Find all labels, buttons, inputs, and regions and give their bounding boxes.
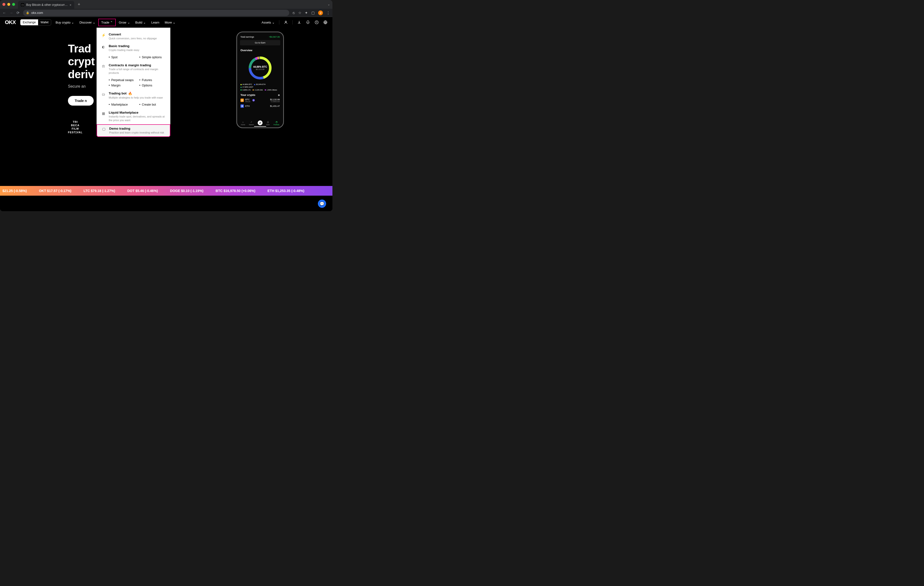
market-icon: ✓ <box>250 121 253 123</box>
window-maximize[interactable] <box>12 3 15 6</box>
dropdown-trading-bot[interactable]: 🗂 Trading bot 🔥 Multiple strategies to h… <box>97 89 170 101</box>
overview-title: Overview <box>239 48 281 53</box>
browser-tab[interactable]: ⬚ Buy Bitcoin & other cryptocurr… × <box>18 1 74 9</box>
mode-toggle: Exchange Wallet <box>20 19 51 25</box>
tabs-overflow-icon[interactable]: ⌄ <box>328 3 330 6</box>
dropdown-basic-trading[interactable]: ◐ Basic trading Crypto trading made easy <box>97 42 170 54</box>
scan-icon[interactable]: ⌾ <box>278 93 280 96</box>
share-icon[interactable]: ⎋ <box>293 11 295 15</box>
chevron-down-icon: ⌄ <box>143 21 146 24</box>
toggle-exchange[interactable]: Exchange <box>20 20 38 25</box>
url-field[interactable]: 🔒 okx.com <box>23 10 289 16</box>
ticker-item[interactable]: BTC $16,978.50 (+0.06%) <box>216 189 256 193</box>
lock-icon: 🔒 <box>26 11 30 14</box>
dropdown-perpetual-swaps[interactable]: Perpetual swaps <box>109 78 135 82</box>
ticker-item[interactable]: OKT $17.57 (-0.17%) <box>39 189 71 193</box>
earn-icon: ◎ <box>266 121 269 123</box>
ticker-item[interactable]: ETH $1,253.35 (-0.48%) <box>267 189 304 193</box>
panel-icon[interactable]: ▢ <box>311 11 315 15</box>
divider <box>279 20 279 25</box>
dropdown-marketplace[interactable]: Marketplace <box>109 103 135 106</box>
ticker-item[interactable]: $21.25 (-0.58%) <box>2 189 27 193</box>
nav-assets[interactable]: Assets ⌄ <box>262 21 275 24</box>
eth-icon: ◆ <box>241 104 244 108</box>
dropdown-futures[interactable]: Futures <box>139 78 166 82</box>
bell-icon[interactable] <box>306 20 310 25</box>
chevron-up-icon: ⌃ <box>110 21 113 24</box>
dropdown-margin[interactable]: Margin <box>109 84 135 87</box>
dropdown-options[interactable]: Options <box>139 84 166 87</box>
chevron-down-icon: ⌄ <box>71 21 74 24</box>
coin-row-btc[interactable]: ₿ BTC Bitcoin 1 $2,132.89 0.10062226 <box>239 97 281 103</box>
chat-button[interactable]: 💬 <box>318 200 326 208</box>
phone-nav-home[interactable]: ⌂Home <box>241 121 245 126</box>
convert-icon: ⚡ <box>101 33 106 38</box>
dropdown-create-bot[interactable]: Create bot <box>139 103 166 106</box>
profile-avatar[interactable]: J <box>318 10 323 15</box>
phone-mockup: Total earnings +$4,567.00 Go to Earn Ove… <box>236 31 284 128</box>
fire-icon: 🔥 <box>128 91 132 95</box>
earnings-value: +$4,567.00 <box>269 36 280 38</box>
trade-now-button[interactable]: Trade n <box>68 96 94 106</box>
window-close[interactable] <box>2 3 5 6</box>
browser-titlebar: ⬚ Buy Bitcoin & other cryptocurr… × + ⌄ <box>0 0 332 9</box>
ticker-item[interactable]: DOT $5.46 (-0.46%) <box>127 189 158 193</box>
demo-icon: 🖵 <box>101 127 106 132</box>
btc-icon: ₿ <box>241 99 244 102</box>
browser-addressbar: ← → ⟳ 🔒 okx.com ⎋ ☆ ✦ ▢ J ⋮ <box>0 9 332 17</box>
window-minimize[interactable] <box>7 3 10 6</box>
dropdown-contracts[interactable]: ⚖ Contracts & margin trading Trade a ful… <box>97 61 170 77</box>
liquid-icon: ▦ <box>101 111 106 116</box>
chevron-down-icon: ⌄ <box>93 21 96 24</box>
basic-trading-icon: ◐ <box>101 45 106 49</box>
phone-nav-portfolio[interactable]: ◔Portfolio <box>274 121 279 126</box>
extensions-icon[interactable]: ✦ <box>305 11 308 15</box>
tab-title: Buy Bitcoin & other cryptocurr… <box>26 3 68 7</box>
phone-nav-market[interactable]: ✓Market <box>249 121 254 126</box>
home-icon: ⌂ <box>242 121 244 123</box>
go-to-earn-button[interactable]: Go to Earn <box>240 40 280 45</box>
chat-icon: 💬 <box>320 202 324 206</box>
phone-nav-earn[interactable]: ◎Earn <box>266 121 270 126</box>
user-icon[interactable] <box>284 20 288 25</box>
dropdown-spot[interactable]: Spot <box>109 56 135 59</box>
price-ticker: $21.25 (-0.58%) OKT $17.57 (-0.17%) LTC … <box>0 186 332 196</box>
portfolio-donut: 44.88% BTC $2,123.89 <box>247 55 274 81</box>
nav-back-icon[interactable]: ← <box>2 11 6 15</box>
nav-discover[interactable]: Discover ⌄ <box>79 21 96 24</box>
dropdown-demo-trading[interactable]: 🖵 Demo trading Practice and learn crypto… <box>97 124 170 137</box>
tribeca-logo: TRIBECAFILMFEST|VAL <box>68 120 82 134</box>
nav-grow[interactable]: Grow ⌄ <box>119 21 130 24</box>
okx-logo[interactable]: OKX <box>5 19 16 25</box>
nav-buy-crypto[interactable]: Buy crypto ⌄ <box>56 21 74 24</box>
ticker-item[interactable]: LTC $79.18 (-1.27%) <box>84 189 115 193</box>
dropdown-convert[interactable]: ⚡ Convert Quick conversion, zero fees, n… <box>97 31 170 42</box>
nav-more[interactable]: More ⌄ <box>165 21 176 24</box>
main-nav: Buy crypto ⌄ Discover ⌄ Trade ⌃ Grow ⌄ B… <box>56 20 175 25</box>
dropdown-simple-options[interactable]: Simple options <box>139 56 166 59</box>
donut-amount: $2,123.89 <box>256 68 264 70</box>
globe-icon[interactable] <box>323 20 328 25</box>
new-tab-button[interactable]: + <box>78 2 80 7</box>
nav-reload-icon[interactable]: ⟳ <box>16 11 20 15</box>
download-icon[interactable] <box>297 20 301 25</box>
help-icon[interactable] <box>315 20 319 25</box>
toggle-wallet[interactable]: Wallet <box>38 20 51 25</box>
swap-icon: ⇄ <box>258 121 262 125</box>
tab-favicon-icon: ⬚ <box>21 3 24 7</box>
badge: 1 <box>252 99 255 101</box>
phone-bottom-nav: ⌂Home ✓Market ⇄ ◎Earn ◔Portfolio <box>239 121 281 126</box>
nav-trade[interactable]: Trade ⌃ <box>98 19 116 26</box>
nav-build[interactable]: Build ⌄ <box>135 21 146 24</box>
ticker-item[interactable]: DOGE $0.10 (-1.19%) <box>170 189 204 193</box>
bookmark-icon[interactable]: ☆ <box>298 11 301 15</box>
tab-close-icon[interactable]: × <box>69 3 72 7</box>
nav-learn[interactable]: Learn <box>151 21 159 24</box>
bot-icon: 🗂 <box>101 92 106 97</box>
menu-icon[interactable]: ⋮ <box>327 11 330 15</box>
coin-row-eth[interactable]: ◆ ETH $1,431.47 <box>239 103 281 109</box>
dropdown-liquid-marketplace[interactable]: ▦ Liquid Marketplace Instantly trade spo… <box>97 109 170 124</box>
phone-nav-trade[interactable]: ⇄ <box>258 121 262 126</box>
nav-forward-icon[interactable]: → <box>10 11 13 15</box>
chevron-down-icon: ⌄ <box>173 21 175 24</box>
